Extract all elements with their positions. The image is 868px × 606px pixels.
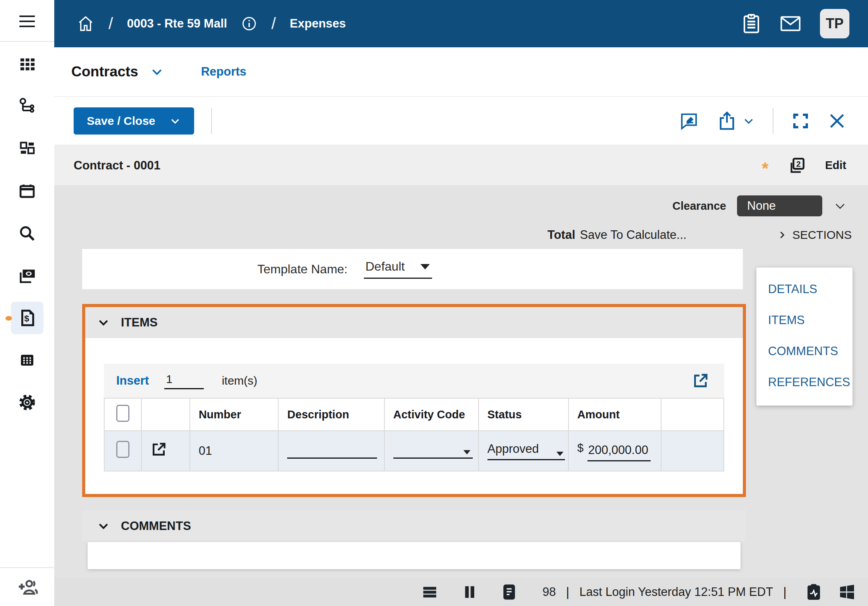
caret-down-icon [420,264,430,269]
cell-description [278,431,384,471]
invoice-document-icon: $ [17,308,37,328]
action-toolbar: Save / Close [54,96,868,145]
save-close-button[interactable]: Save / Close [74,107,194,135]
left-sidebar: $ [0,0,54,606]
clearance-select[interactable]: None [737,195,822,216]
expand-icon [791,112,810,130]
insert-button[interactable]: Insert [116,374,149,388]
rows-view-icon[interactable] [422,584,438,600]
last-login-text: Last Login Yesterday 12:51 PM EDT [579,585,773,599]
breadcrumb: / 0003 - Rte 59 Mall / Expenses [77,14,346,33]
caret-down-icon [463,450,470,454]
info-icon[interactable] [241,16,257,32]
sidebar-item-workflow[interactable] [11,90,43,123]
caret-down-icon [556,452,563,456]
toolbar-right-actions [679,108,846,134]
comments-section-title: COMMENTS [121,519,191,533]
sections-link-items[interactable]: ITEMS [756,305,852,336]
template-name-select[interactable]: Default [364,259,432,279]
comments-section-body [88,542,741,569]
cell-activity-code [384,431,479,471]
cell-spacer [661,431,724,471]
sidebar-item-cost-active[interactable]: $ [11,302,43,334]
cell-status: Approved [479,431,568,471]
items-table: Number Description Activity Code Status … [104,398,724,471]
total-row: Total Save To Calculate... SECTIONS [54,216,868,242]
sidebar-footer [0,567,54,606]
items-section-header[interactable]: ITEMS [85,307,743,338]
menu-icon[interactable] [19,16,35,27]
fullscreen-button[interactable] [791,112,810,130]
sidebar-item-search[interactable] [11,217,43,250]
calendar-icon [18,182,36,200]
breadcrumb-separator: / [271,14,276,33]
comment-edit-icon [679,111,699,131]
activity-code-select[interactable] [393,443,473,459]
main-column: / 0003 - Rte 59 Mall / Expenses TP [54,0,868,606]
columns-view-icon[interactable] [462,584,477,600]
sidebar-item-calculator[interactable] [11,344,43,376]
sidebar-item-apps[interactable] [11,48,43,81]
open-row-icon[interactable] [150,441,167,458]
clipboard-icon[interactable] [742,13,761,34]
windows-logo-icon[interactable] [838,583,856,601]
column-header-actions [141,398,190,431]
breadcrumb-separator: / [108,14,113,33]
sidebar-item-calendar[interactable] [11,175,43,207]
tab-contracts-label: Contracts [71,64,138,80]
description-input[interactable] [287,443,377,459]
column-header-activity-code: Activity Code [384,398,479,431]
comments-section-header[interactable]: COMMENTS [82,510,746,542]
sections-link-references[interactable]: REFERENCES [756,367,852,398]
calculator-icon [18,351,36,369]
row-checkbox[interactable] [116,441,129,458]
total-value: Save To Calculate... [580,228,687,242]
avatar[interactable]: TP [820,9,849,38]
insert-suffix-label: item(s) [222,374,257,387]
cell-amount: $ 200,000.00 [568,431,661,471]
gear-icon [17,393,37,412]
amount-input[interactable]: 200,000.00 [587,443,651,461]
currency-symbol: $ [577,442,584,454]
tab-reports[interactable]: Reports [201,65,246,79]
chevron-down-icon [742,115,755,127]
sidebar-item-settings[interactable] [11,386,43,419]
sections-link-comments[interactable]: COMMENTS [756,336,852,367]
template-name-value: Default [365,259,405,274]
save-close-label: Save / Close [87,114,155,128]
status-select[interactable]: Approved [487,442,565,460]
statusbar-count: 98 [542,585,556,599]
annotate-button[interactable] [679,111,699,131]
record-title: Contract - 0001 [74,159,160,173]
items-section-body: Insert item(s) [85,338,743,494]
home-icon[interactable] [77,15,95,33]
open-items-grid-button[interactable] [692,372,710,390]
items-section-highlighted: ITEMS Insert item(s) [82,304,746,497]
insert-count-input[interactable] [164,373,204,389]
toolbar-divider [211,108,212,134]
sections-toggle[interactable]: SECTIONS [777,228,852,242]
chevron-down-icon [169,115,181,127]
chevron-right-icon [777,230,787,240]
breadcrumb-project[interactable]: 0003 - Rte 59 Mall [127,17,227,31]
sidebar-item-dashboard[interactable] [11,133,43,165]
chevron-down-icon[interactable] [833,199,847,213]
tab-contracts[interactable]: Contracts [71,64,164,80]
form-content: Clearance None Total Save To Calculate..… [54,185,868,578]
sections-link-details[interactable]: DETAILS [756,274,852,305]
table-row: 01 [104,431,724,471]
breadcrumb-page[interactable]: Expenses [290,17,346,31]
share-button[interactable] [717,111,755,131]
mail-icon[interactable] [780,15,801,33]
activity-monitor-icon[interactable] [805,583,822,601]
add-user-icon[interactable] [16,577,38,597]
top-navigation-bar: / 0003 - Rte 59 Mall / Expenses TP [54,0,868,47]
close-button[interactable] [828,112,846,130]
document-view-icon[interactable] [501,584,517,601]
select-all-checkbox[interactable] [116,405,129,422]
sidebar-item-cash-flow[interactable] [11,259,43,292]
chevron-down-icon [97,520,110,533]
edit-button[interactable]: Edit [825,159,846,172]
versions-icon[interactable]: 2 [787,156,806,175]
column-header-description: Description [278,398,384,431]
